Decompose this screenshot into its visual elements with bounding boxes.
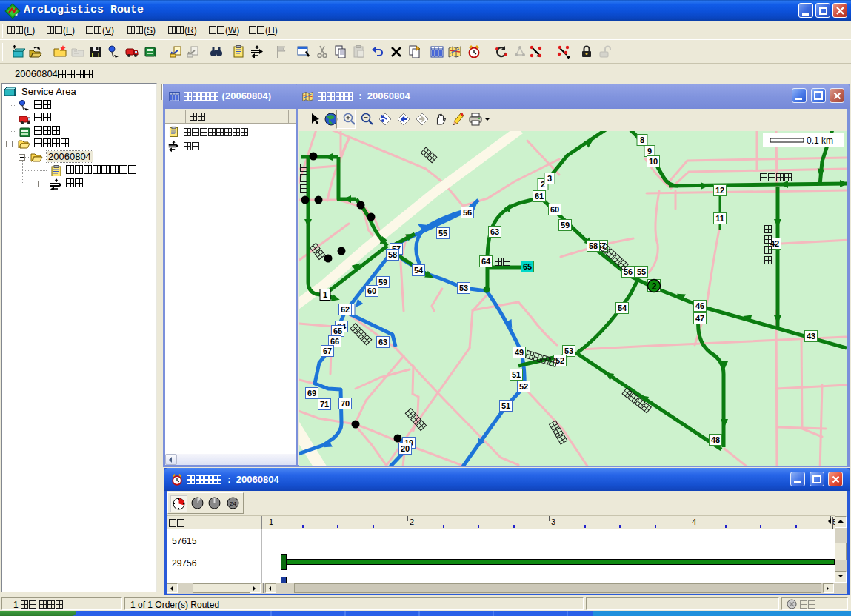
svg-text:69: 69 — [307, 389, 316, 398]
svg-text:58: 58 — [388, 250, 397, 259]
svg-text:10: 10 — [649, 157, 658, 166]
svg-text:64: 64 — [481, 257, 491, 266]
svg-text:54: 54 — [618, 304, 627, 312]
svg-text:67: 67 — [323, 346, 332, 355]
svg-text:52: 52 — [519, 382, 528, 391]
svg-text:48: 48 — [711, 435, 720, 444]
svg-text:71: 71 — [320, 400, 329, 409]
svg-text:51: 51 — [501, 401, 510, 410]
svg-text:54: 54 — [414, 266, 424, 275]
svg-text:47: 47 — [695, 314, 704, 323]
svg-text:59: 59 — [378, 278, 387, 287]
svg-text:58: 58 — [589, 241, 598, 250]
svg-text:9: 9 — [647, 147, 652, 155]
svg-text:55: 55 — [637, 267, 646, 276]
svg-text:65: 65 — [333, 327, 342, 335]
svg-text:1: 1 — [323, 290, 327, 299]
svg-text:49: 49 — [515, 348, 524, 357]
svg-text:66: 66 — [330, 337, 339, 346]
svg-text:8: 8 — [640, 135, 644, 144]
svg-text:60: 60 — [550, 205, 559, 214]
svg-text:20: 20 — [401, 444, 410, 453]
svg-text:63: 63 — [490, 227, 499, 236]
svg-text:60: 60 — [367, 287, 376, 295]
svg-text:46: 46 — [695, 301, 704, 310]
svg-text:43: 43 — [807, 332, 815, 341]
svg-text:12: 12 — [715, 186, 724, 195]
svg-text:62: 62 — [341, 305, 350, 314]
svg-text:11: 11 — [715, 214, 724, 223]
svg-text:2: 2 — [652, 281, 657, 292]
svg-text:70: 70 — [341, 399, 350, 408]
svg-text:63: 63 — [378, 338, 387, 346]
svg-text:53: 53 — [564, 346, 573, 355]
svg-text:3: 3 — [547, 174, 552, 183]
svg-text:61: 61 — [535, 192, 544, 201]
svg-text:65: 65 — [523, 262, 532, 271]
svg-text:55: 55 — [438, 229, 447, 238]
svg-text:56: 56 — [463, 208, 472, 217]
svg-text:53: 53 — [459, 284, 468, 292]
svg-text:59: 59 — [561, 221, 570, 230]
svg-text:0.1 km: 0.1 km — [807, 135, 833, 146]
svg-text:51: 51 — [512, 370, 521, 379]
svg-text:24: 24 — [230, 500, 236, 507]
